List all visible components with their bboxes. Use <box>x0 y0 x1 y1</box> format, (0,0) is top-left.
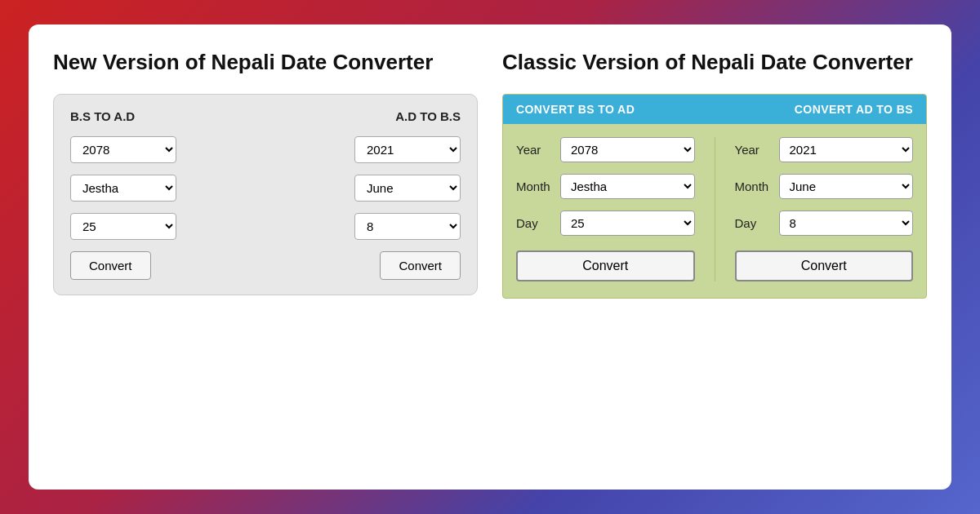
col-bs-ad-header: B.S TO A.D <box>70 109 135 123</box>
classic-bs-col: Year 2078 2077 Month Jestha Baisakh <box>516 137 695 281</box>
classic-ad-col: Year 2021 2020 Month June January <box>735 137 914 281</box>
classic-ad-month-row: Month June January <box>735 174 914 199</box>
classic-body: Year 2078 2077 Month Jestha Baisakh <box>503 124 926 298</box>
col-headers-row: B.S TO A.D A.D TO B.S <box>70 109 461 125</box>
new-bs-year-select[interactable]: 2078 2077 2076 <box>70 136 176 163</box>
classic-col-divider <box>715 137 715 281</box>
col-ad-bs-header: A.D TO B.S <box>395 109 461 123</box>
new-ad-to-bs-convert-button[interactable]: Convert <box>380 251 461 280</box>
classic-ad-to-bs-header: CONVERT AD TO BS <box>715 95 926 124</box>
right-panel: Classic Version of Nepali Date Converter… <box>502 49 927 465</box>
classic-ad-year-row: Year 2021 2020 <box>735 137 914 162</box>
classic-bs-month-label: Month <box>516 179 552 193</box>
right-panel-title: Classic Version of Nepali Date Converter <box>502 49 927 76</box>
classic-ad-month-select[interactable]: June January <box>779 174 914 199</box>
classic-bs-year-label: Year <box>516 143 552 157</box>
left-panel: New Version of Nepali Date Converter B.S… <box>53 49 478 465</box>
new-ad-month-select[interactable]: June January February <box>354 175 461 202</box>
classic-ad-day-label: Day <box>735 216 771 230</box>
classic-ad-month-label: Month <box>735 179 771 193</box>
classic-bs-to-ad-convert-button[interactable]: Convert <box>516 250 695 281</box>
classic-bs-month-select[interactable]: Jestha Baisakh <box>560 174 695 199</box>
new-bs-to-ad-convert-button[interactable]: Convert <box>70 251 151 280</box>
classic-ad-year-select[interactable]: 2021 2020 <box>779 137 914 162</box>
classic-bs-year-select[interactable]: 2078 2077 <box>560 137 695 162</box>
new-ad-day-select[interactable]: 8 1 2 <box>354 213 461 240</box>
classic-bs-year-row: Year 2078 2077 <box>516 137 695 162</box>
classic-header-row: CONVERT BS TO AD CONVERT AD TO BS <box>503 95 926 124</box>
classic-ad-to-bs-convert-button[interactable]: Convert <box>735 250 914 281</box>
year-select-row: 2078 2077 2076 2021 2020 2019 <box>70 136 461 163</box>
new-bs-month-select[interactable]: Jestha Baisakh Ashadh <box>70 175 176 202</box>
day-select-row: 25 1 2 8 1 2 <box>70 213 461 240</box>
new-bs-day-select[interactable]: 25 1 2 <box>70 213 176 240</box>
main-card: New Version of Nepali Date Converter B.S… <box>29 24 951 490</box>
left-panel-title: New Version of Nepali Date Converter <box>53 49 478 76</box>
classic-bs-to-ad-header: CONVERT BS TO AD <box>503 95 715 124</box>
classic-bs-day-label: Day <box>516 216 552 230</box>
classic-bs-day-row: Day 25 1 <box>516 210 695 236</box>
new-converter-box: B.S TO A.D A.D TO B.S 2078 2077 2076 202… <box>53 94 478 295</box>
classic-converter-box: CONVERT BS TO AD CONVERT AD TO BS Year 2… <box>502 94 927 299</box>
new-ad-year-select[interactable]: 2021 2020 2019 <box>354 136 461 163</box>
new-convert-btn-row: Convert Convert <box>70 251 461 280</box>
classic-ad-year-label: Year <box>735 143 771 157</box>
classic-ad-day-row: Day 8 1 <box>735 210 914 236</box>
classic-ad-day-select[interactable]: 8 1 <box>779 210 914 236</box>
month-select-row: Jestha Baisakh Ashadh June January Febru… <box>70 175 461 202</box>
classic-bs-day-select[interactable]: 25 1 <box>560 210 695 236</box>
classic-bs-month-row: Month Jestha Baisakh <box>516 174 695 199</box>
